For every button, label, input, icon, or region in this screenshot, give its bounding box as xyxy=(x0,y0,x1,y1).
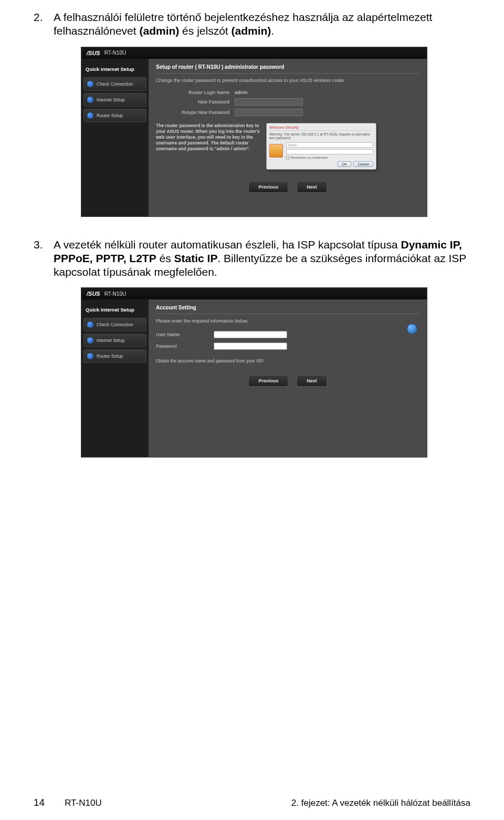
panel-description: Please enter the required information be… xyxy=(156,318,419,324)
password-label: Password xyxy=(156,344,208,349)
sidebar: Quick Internet Setup Check Connection In… xyxy=(81,59,149,216)
row-login-name: Router Login Name admin xyxy=(156,88,419,97)
popup-warning: Warning: The server 192.168.1.1 at RT-N1… xyxy=(269,132,373,141)
screenshot-account-setting: /SUS RT-N10U Quick Internet Setup Check … xyxy=(81,287,427,458)
next-button[interactable]: Next xyxy=(297,181,327,193)
previous-button[interactable]: Previous xyxy=(248,181,288,193)
instruction-step-2: 2. A felhasználói felületre történő beje… xyxy=(34,11,470,38)
panel-title: Setup of router ( RT-N10U ) administrato… xyxy=(156,64,419,70)
retype-password-label: Retype New Password xyxy=(156,110,229,115)
step-icon xyxy=(87,337,93,344)
step-icon xyxy=(87,97,93,103)
brand-logo: /SUS xyxy=(87,50,100,56)
popup-password-input[interactable] xyxy=(286,149,373,154)
previous-button[interactable]: Previous xyxy=(248,375,288,387)
step-icon xyxy=(87,81,93,87)
divider xyxy=(156,73,419,74)
brand-logo: /SUS xyxy=(87,290,100,297)
step-icon xyxy=(87,321,93,328)
credentials-icon xyxy=(269,144,283,158)
screenshot-admin-password: /SUS RT-N10U Quick Internet Setup Check … xyxy=(81,47,427,217)
auth-popup: Windows Security Warning: The server 192… xyxy=(266,123,376,170)
sidebar-item-router-setup[interactable]: Router Setup xyxy=(83,349,146,363)
panel-title: Account Setting xyxy=(156,305,419,310)
new-password-input[interactable] xyxy=(235,98,303,106)
login-name-label: Router Login Name xyxy=(156,90,229,95)
sidebar-item-label: Check Connection xyxy=(97,322,133,327)
username-input[interactable] xyxy=(214,331,287,338)
sidebar-heading: Quick Internet Setup xyxy=(81,63,149,75)
row-new-password: New Password xyxy=(156,97,419,107)
step-icon xyxy=(87,353,93,359)
sidebar-item-label: Router Setup xyxy=(97,354,123,359)
row-retype-password: Retype New Password xyxy=(156,107,419,118)
sidebar-item-label: Internet Setup xyxy=(97,97,124,102)
step-number: 2. xyxy=(34,11,46,38)
divider xyxy=(156,314,419,314)
info-text: The router password is the administratio… xyxy=(156,123,261,170)
step-icon xyxy=(87,112,93,119)
content-panel: Account Setting Please enter the require… xyxy=(149,299,427,457)
step-text: A vezeték nélküli router automatikusan é… xyxy=(54,238,470,279)
username-label: User Name xyxy=(156,332,208,337)
page-number: 14 xyxy=(34,797,45,808)
step-number: 3. xyxy=(34,238,46,279)
window-titlebar: /SUS RT-N10U xyxy=(81,288,427,299)
model-name: RT-N10U xyxy=(104,50,127,56)
password-input[interactable] xyxy=(214,342,287,350)
model-name: RT-N10U xyxy=(104,291,127,297)
sidebar-heading: Quick Internet Setup xyxy=(81,304,149,316)
remember-label: Remember my credentials xyxy=(291,156,328,159)
checkbox-icon[interactable] xyxy=(286,156,289,159)
sidebar: Quick Internet Setup Check Connection In… xyxy=(81,299,149,457)
chapter-title: 2. fejezet: A vezeték nélküli hálózat be… xyxy=(291,798,470,808)
footer-model: RT-N10U xyxy=(65,798,102,808)
row-username: User Name xyxy=(156,329,419,340)
isp-hint: Obtain the account name and password fro… xyxy=(156,358,419,364)
sidebar-item-label: Router Setup xyxy=(97,113,123,118)
sidebar-item-label: Internet Setup xyxy=(97,338,124,343)
new-password-label: New Password xyxy=(156,99,229,105)
retype-password-input[interactable] xyxy=(235,109,303,116)
sidebar-item-check-connection[interactable]: Check Connection xyxy=(83,318,146,331)
sidebar-item-router-setup[interactable]: Router Setup xyxy=(83,109,146,122)
page-footer: 14 RT-N10U 2. fejezet: A vezeték nélküli… xyxy=(34,797,470,808)
window-titlebar: /SUS RT-N10U xyxy=(81,47,427,59)
content-panel: Setup of router ( RT-N10U ) administrato… xyxy=(149,59,427,216)
popup-ok-button[interactable]: OK xyxy=(338,161,351,167)
instruction-step-3: 3. A vezeték nélküli router automatikusa… xyxy=(34,238,470,279)
login-name-value: admin xyxy=(235,90,419,95)
popup-username-input[interactable]: admin xyxy=(286,142,373,148)
popup-title: Windows Security xyxy=(269,126,373,131)
sidebar-item-internet-setup[interactable]: Internet Setup xyxy=(83,334,146,347)
sidebar-item-internet-setup[interactable]: Internet Setup xyxy=(83,93,146,107)
panel-description: Change the router password to prevent un… xyxy=(156,78,419,83)
sidebar-item-label: Check Connection xyxy=(97,81,133,87)
step-text: A felhasználói felületre történő bejelen… xyxy=(54,11,470,38)
sidebar-item-check-connection[interactable]: Check Connection xyxy=(83,77,146,91)
popup-cancel-button[interactable]: Cancel xyxy=(353,161,373,167)
next-button[interactable]: Next xyxy=(297,375,327,387)
row-password: Password xyxy=(156,340,419,352)
popup-remember[interactable]: Remember my credentials xyxy=(286,156,373,159)
